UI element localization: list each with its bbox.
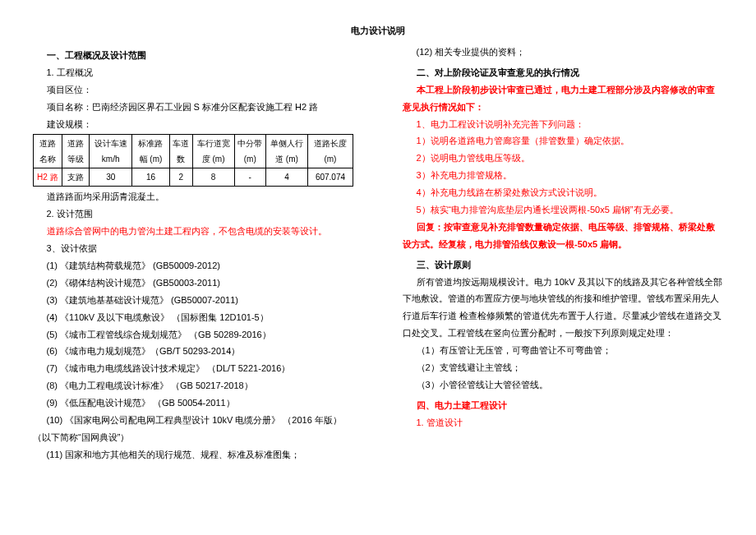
th-3: 标准路幅 (m) bbox=[132, 135, 169, 168]
p-pavement: 道路路面均采用沥青混凝土。 bbox=[33, 188, 353, 205]
td-0: H2 路 bbox=[34, 168, 62, 187]
th-0: 道路名称 bbox=[34, 135, 62, 168]
ref-3: (3) 《建筑地基基础设计规范》 (GB50007-2011) bbox=[33, 292, 353, 309]
table-row: H2 路 支路 30 16 2 8 - 4 607.074 bbox=[34, 168, 353, 187]
section-4-head: 四、电力土建工程设计 bbox=[403, 397, 723, 414]
table-header-row: 道路名称 道路等级 设计车速 km/h 标准路幅 (m) 车道数 车行道宽度 (… bbox=[34, 135, 353, 168]
two-column-layout: 一、工程概况及设计范围 1. 工程概况 项目区位： 项目名称：巴南经济园区界石工… bbox=[33, 44, 723, 464]
p-scope-head: 2. 设计范围 bbox=[33, 205, 353, 223]
th-6: 中分带(m) bbox=[234, 135, 265, 168]
ref-12: (12) 相关专业提供的资料； bbox=[403, 44, 723, 61]
td-2: 30 bbox=[90, 168, 132, 187]
th-1: 道路等级 bbox=[62, 135, 89, 168]
page-title: 电力设计说明 bbox=[33, 25, 723, 37]
td-5: 8 bbox=[192, 168, 234, 187]
item-1-4: 4）补充电力线路在桥梁处敷设方式设计说明。 bbox=[403, 184, 723, 201]
bullet-3: （3）小管径管线让大管径管线。 bbox=[403, 376, 723, 394]
p-basis-head: 3、设计依据 bbox=[33, 240, 353, 257]
th-4: 车道数 bbox=[169, 135, 192, 168]
ref-7: (7) 《城市电力电缆线路设计技术规定》 （DL/T 5221-2016） bbox=[33, 360, 353, 377]
item-1-2: 2）说明电力管线电压等级。 bbox=[403, 150, 723, 167]
td-7: 4 bbox=[266, 168, 308, 187]
ref-4: (4) 《110kV 及以下电缆敷设》 （国标图集 12D101-5） bbox=[33, 309, 353, 326]
th-2: 设计车速 km/h bbox=[90, 135, 132, 168]
td-8: 607.074 bbox=[307, 168, 353, 187]
p-scope-body: 道路综合管网中的电力管沟土建工程内容，不包含电缆的安装等设计。 bbox=[33, 223, 353, 240]
td-6: - bbox=[234, 168, 265, 187]
section-2-head: 二、对上阶段论证及审查意见的执行情况 bbox=[403, 64, 723, 81]
ref-6: (6) 《城市电力规划规范》（GB/T 50293-2014） bbox=[33, 343, 353, 360]
p-pipe: 1. 管道设计 bbox=[403, 414, 723, 431]
right-column: (12) 相关专业提供的资料； 二、对上阶段论证及审查意见的执行情况 本工程上阶… bbox=[403, 44, 723, 464]
ref-11: (11) 国家和地方其他相关的现行规范、规程、标准及标准图集； bbox=[33, 446, 353, 464]
item-1-3: 3）补充电力排管规格。 bbox=[403, 167, 723, 184]
ref-8: (8) 《电力工程电缆设计标准》 （GB 50217-2018） bbox=[33, 377, 353, 394]
ref-5: (5) 《城市工程管线综合规划规范》 （GB 50289-2016） bbox=[33, 326, 353, 344]
p-project-name: 项目名称：巴南经济园区界石工业园 S 标准分区配套设施工程 H2 路 bbox=[33, 99, 353, 116]
td-4: 2 bbox=[169, 168, 192, 187]
ref-2: (2) 《砌体结构设计规范》 (GB50003-2011) bbox=[33, 274, 353, 292]
td-1: 支路 bbox=[62, 168, 89, 187]
ref-9: (9) 《低压配电设计规范》 （GB 50054-2011） bbox=[33, 394, 353, 412]
th-7: 单侧人行道 (m) bbox=[266, 135, 308, 168]
road-table: 道路名称 道路等级 设计车速 km/h 标准路幅 (m) 车道数 车行道宽度 (… bbox=[33, 134, 353, 187]
bullet-1: （1）有压管让无压管，可弯曲管让不可弯曲管； bbox=[403, 342, 723, 359]
p-scale: 建设规模： bbox=[33, 116, 353, 133]
section-1-head: 一、工程概况及设计范围 bbox=[33, 47, 353, 64]
p-location: 项目区位： bbox=[33, 81, 353, 99]
review-intro: 本工程上阶段初步设计审查已通过，电力土建工程部分涉及内容修改的审查意见执行情况如… bbox=[403, 81, 723, 116]
bullet-2: （2）支管线避让主管线； bbox=[403, 359, 723, 376]
th-5: 车行道宽度 (m) bbox=[192, 135, 234, 168]
td-3: 16 bbox=[132, 168, 169, 187]
left-column: 一、工程概况及设计范围 1. 工程概况 项目区位： 项目名称：巴南经济园区界石工… bbox=[33, 44, 353, 464]
p-overview: 1. 工程概况 bbox=[33, 64, 353, 81]
item-1-1: 1）说明各道路电力管廊容量（排管数量）确定依据。 bbox=[403, 132, 723, 150]
design-principle-body: 所有管道均按远期规模设计。电力 10kV 及其以下的线路及其它各种管线全部下地敷… bbox=[403, 274, 723, 343]
item-1: 1、电力工程设计说明补充完善下列问题： bbox=[403, 116, 723, 133]
reply: 回复：按审查意见补充排管数量确定依据、电压等级、排管规格、桥梁处敷设方式。经复核… bbox=[403, 219, 723, 253]
ref-1: (1) 《建筑结构荷载规范》 (GB50009-2012) bbox=[33, 257, 353, 274]
item-1-5: 5）核实“电力排管沟底垫层内通长埋设两根-50x5 扁钢”有无必要。 bbox=[403, 201, 723, 219]
section-3-head: 三、设计原则 bbox=[403, 256, 723, 274]
ref-10: (10) 《国家电网公司配电网工程典型设计 10kV 电缆分册》 （2016 年… bbox=[33, 412, 353, 446]
th-8: 道路长度 (m) bbox=[307, 135, 353, 168]
